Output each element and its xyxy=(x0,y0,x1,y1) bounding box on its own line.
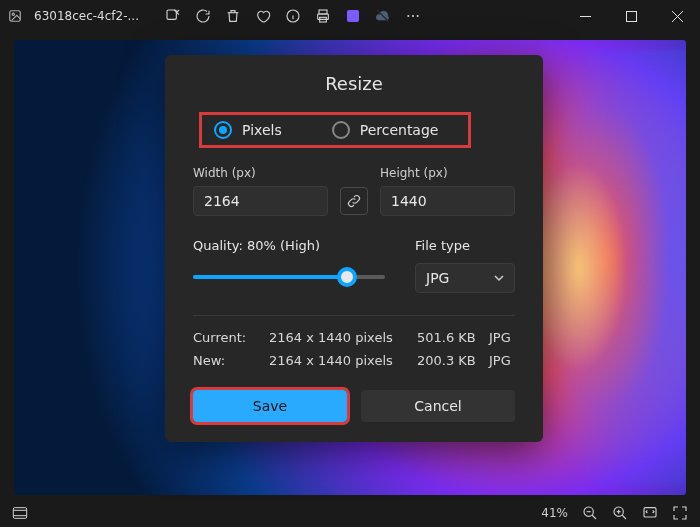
maximize-button[interactable] xyxy=(608,0,654,32)
filetype-select[interactable]: JPG xyxy=(415,263,515,293)
slider-thumb[interactable] xyxy=(337,267,357,287)
toolbar xyxy=(159,2,427,30)
radio-pixels-label: Pixels xyxy=(242,122,282,138)
cancel-button[interactable]: Cancel xyxy=(361,390,515,422)
titlebar: 63018cec-4cf2-... xyxy=(0,0,700,32)
height-label: Height (px) xyxy=(380,166,515,180)
chevron-down-icon xyxy=(494,273,504,283)
svg-rect-7 xyxy=(347,10,359,22)
statusbar: 41% xyxy=(0,499,700,527)
svg-rect-4 xyxy=(319,10,327,14)
link-aspect-icon[interactable] xyxy=(340,187,368,215)
new-size: 200.3 KB xyxy=(417,353,489,368)
minimize-button[interactable] xyxy=(562,0,608,32)
quality-label: Quality: 80% (High) xyxy=(193,238,385,253)
width-input[interactable] xyxy=(193,186,328,216)
radio-dot-icon xyxy=(214,121,232,139)
width-label: Width (px) xyxy=(193,166,328,180)
radio-pixels[interactable]: Pixels xyxy=(214,121,282,139)
zoom-out-icon[interactable] xyxy=(582,505,598,521)
svg-rect-13 xyxy=(626,11,636,21)
slider-fill xyxy=(193,275,347,279)
save-button[interactable]: Save xyxy=(193,390,347,422)
edit-image-icon[interactable] xyxy=(159,2,187,30)
zoom-in-icon[interactable] xyxy=(612,505,628,521)
current-dimensions: 2164 x 1440 pixels xyxy=(269,330,417,345)
svg-line-20 xyxy=(592,515,596,519)
current-size: 501.6 KB xyxy=(417,330,489,345)
svg-line-23 xyxy=(622,515,626,519)
cloud-off-icon[interactable] xyxy=(369,2,397,30)
svg-point-10 xyxy=(412,15,414,17)
radio-percentage-label: Percentage xyxy=(360,122,439,138)
info-icon[interactable] xyxy=(279,2,307,30)
clipchamp-icon[interactable] xyxy=(339,2,367,30)
delete-icon[interactable] xyxy=(219,2,247,30)
fullscreen-icon[interactable] xyxy=(672,505,688,521)
new-dimensions: 2164 x 1440 pixels xyxy=(269,353,417,368)
resize-dialog: Resize Pixels Percentage Width (px) Heig… xyxy=(165,55,543,442)
favorite-icon[interactable] xyxy=(249,2,277,30)
svg-point-11 xyxy=(417,15,419,17)
svg-point-9 xyxy=(407,15,409,17)
filmstrip-icon[interactable] xyxy=(12,506,28,520)
app-window: 63018cec-4cf2-... Resize Pixels xyxy=(0,0,700,527)
fit-screen-icon[interactable] xyxy=(642,505,658,521)
current-format: JPG xyxy=(489,330,515,345)
photos-app-icon xyxy=(0,9,30,23)
new-info-row: New: 2164 x 1440 pixels 200.3 KB JPG xyxy=(193,353,515,368)
print-icon[interactable] xyxy=(309,2,337,30)
height-input[interactable] xyxy=(380,186,515,216)
filetype-label: File type xyxy=(415,238,515,253)
close-button[interactable] xyxy=(654,0,700,32)
current-label: Current: xyxy=(193,330,269,345)
divider xyxy=(193,315,515,316)
current-info-row: Current: 2164 x 1440 pixels 501.6 KB JPG xyxy=(193,330,515,345)
new-label: New: xyxy=(193,353,269,368)
svg-rect-16 xyxy=(13,508,26,519)
svg-point-1 xyxy=(12,13,14,15)
rotate-icon[interactable] xyxy=(189,2,217,30)
filetype-value: JPG xyxy=(426,270,449,286)
svg-rect-0 xyxy=(10,11,21,22)
zoom-value: 41% xyxy=(541,506,568,520)
quality-slider[interactable] xyxy=(193,267,385,287)
radio-percentage[interactable]: Percentage xyxy=(332,121,439,139)
new-format: JPG xyxy=(489,353,515,368)
filename: 63018cec-4cf2-... xyxy=(30,9,139,23)
unit-selector: Pixels Percentage xyxy=(199,112,471,148)
radio-dot-icon xyxy=(332,121,350,139)
more-icon[interactable] xyxy=(399,2,427,30)
dialog-title: Resize xyxy=(193,73,515,94)
svg-rect-26 xyxy=(644,508,656,517)
